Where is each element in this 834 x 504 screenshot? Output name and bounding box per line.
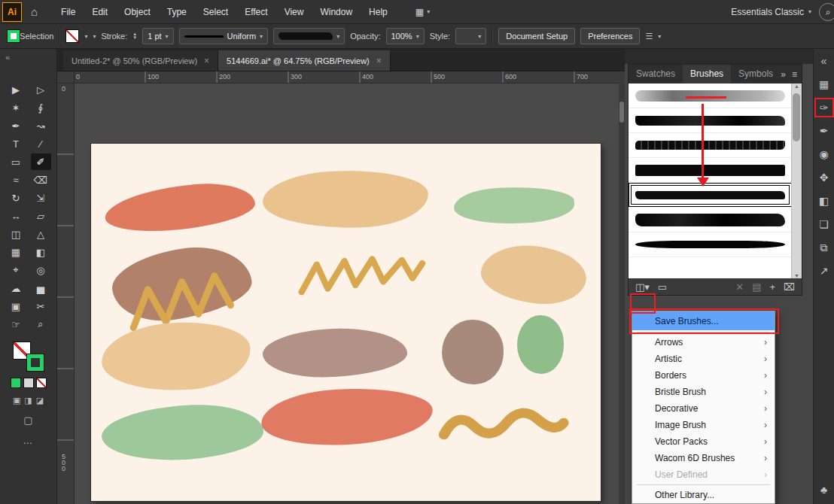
paintbrush-tool[interactable]: ✐: [31, 153, 51, 170]
brush-definition-select[interactable]: ▾: [273, 28, 345, 44]
menu-help[interactable]: Help: [361, 0, 396, 24]
brush-item-tapered-ink-brush[interactable]: [629, 232, 792, 257]
zoom-tool[interactable]: ⌕: [31, 316, 51, 332]
artboards-panel-icon[interactable]: ⧉: [816, 239, 832, 256]
delete-brush-icon[interactable]: ⌧: [784, 282, 795, 292]
blend-tool[interactable]: ◎: [31, 262, 51, 278]
curvature-tool[interactable]: ↝: [31, 117, 51, 134]
eraser-tool[interactable]: ⌫: [31, 172, 51, 188]
tab-close-icon[interactable]: ×: [376, 56, 382, 66]
variable-width-profile-select[interactable]: Uniform ▾: [179, 28, 269, 44]
canvas[interactable]: [75, 83, 625, 504]
gradient-panel-icon[interactable]: ◧: [816, 193, 832, 209]
magic-wand-tool[interactable]: ✶: [6, 99, 26, 116]
type-tool[interactable]: T: [6, 135, 26, 152]
panel-tab-symbols[interactable]: Symbols: [731, 65, 781, 83]
panel-overflow-icon[interactable]: »: [781, 69, 786, 80]
width-tool[interactable]: ↔: [6, 208, 26, 224]
scale-tool[interactable]: ⇲: [31, 190, 51, 206]
align-options-icon[interactable]: ☰: [645, 32, 653, 41]
gradient-tool[interactable]: ◧: [31, 244, 51, 260]
gradient-swatch[interactable]: [23, 378, 34, 388]
menu-window[interactable]: Window: [312, 0, 361, 24]
menu-item-wacom-6d-brushes[interactable]: Wacom 6D Brushes›: [632, 450, 775, 466]
menu-item-bristle-brush[interactable]: Bristle Brush›: [632, 384, 775, 400]
symbol-sprayer-tool[interactable]: ☁: [6, 280, 26, 296]
panel-tab-brushes[interactable]: Brushes: [683, 65, 731, 83]
collapse-panels-icon[interactable]: «: [816, 53, 832, 69]
document-tab[interactable]: 5144669.ai* @ 64.75% (RGB/Preview)×: [218, 50, 391, 71]
menu-select[interactable]: Select: [195, 0, 236, 24]
brush-item-ink-stroke-brush[interactable]: [629, 183, 792, 208]
draw-normal-icon[interactable]: ▣: [13, 396, 20, 405]
slice-tool[interactable]: ✂: [31, 298, 51, 314]
rectangle-tool[interactable]: ▭: [6, 153, 26, 170]
panel-tab-swatches[interactable]: Swatches: [629, 65, 683, 83]
menu-item-arrows[interactable]: Arrows›: [632, 334, 775, 351]
eyedropper-tool[interactable]: ⌖: [6, 262, 26, 278]
menu-file[interactable]: File: [53, 0, 84, 24]
brushes-panel-icon[interactable]: ✑: [816, 99, 832, 116]
line-segment-tool[interactable]: ∕: [31, 135, 51, 152]
shaper-tool[interactable]: ≈: [6, 172, 26, 188]
lasso-tool[interactable]: ∮: [31, 99, 51, 116]
remove-brush-stroke-icon[interactable]: ✕: [735, 282, 744, 292]
menu-type[interactable]: Type: [159, 0, 195, 24]
chevron-down-icon[interactable]: ▾: [658, 33, 661, 40]
fill-stroke-controls[interactable]: [13, 342, 44, 372]
mesh-tool[interactable]: ▦: [6, 244, 26, 260]
layers-panel-icon[interactable]: ❏: [816, 216, 832, 232]
direct-selection-tool[interactable]: ▷: [31, 81, 51, 98]
menu-item-borders[interactable]: Borders›: [632, 367, 775, 384]
artboard-tool[interactable]: ▣: [6, 298, 26, 314]
color-swatch-green[interactable]: [11, 378, 21, 388]
brush-options-icon[interactable]: ▤: [752, 282, 761, 292]
menu-edit[interactable]: Edit: [84, 0, 116, 24]
menu-item-image-brush[interactable]: Image Brush›: [632, 417, 775, 433]
home-icon[interactable]: ⌂: [25, 5, 44, 18]
document-scrollbar[interactable]: [619, 83, 625, 504]
stroke-color-swatch[interactable]: [7, 29, 20, 43]
menu-item-decorative[interactable]: Decorative›: [632, 400, 775, 417]
document-tab[interactable]: Untitled-2* @ 50% (RGB/Preview)×: [63, 50, 218, 71]
panel-menu-icon[interactable]: ≡: [792, 69, 797, 80]
collapse-toolbar-icon[interactable]: «: [5, 53, 10, 62]
rotate-tool[interactable]: ↻: [6, 190, 26, 206]
menu-item-save-brushes[interactable]: Save Brushes...: [632, 311, 775, 330]
brush-item-flat-black-brush[interactable]: [629, 158, 792, 183]
style-select[interactable]: ▾: [455, 28, 486, 44]
draw-behind-icon[interactable]: ◨: [24, 396, 32, 405]
scrollbar-thumb[interactable]: [793, 93, 800, 141]
libraries-panel-icon[interactable]: ▭: [658, 282, 667, 292]
screen-mode-icon[interactable]: ▢: [23, 414, 32, 426]
scroll-down-icon[interactable]: ▼: [794, 273, 799, 278]
edit-toolbar-icon[interactable]: ⋯: [23, 438, 34, 448]
none-swatch[interactable]: [36, 378, 47, 388]
menu-object[interactable]: Object: [116, 0, 159, 24]
stroke-proxy-green[interactable]: [26, 354, 44, 372]
menu-effect[interactable]: Effect: [236, 0, 275, 24]
shape-builder-tool[interactable]: ◫: [6, 226, 26, 242]
draw-inside-icon[interactable]: ◪: [36, 396, 44, 405]
stroke-weight-stepper[interactable]: ▲▼: [132, 32, 137, 40]
perspective-grid-tool[interactable]: △: [31, 226, 51, 242]
chevron-down-icon[interactable]: ▾: [84, 33, 87, 40]
artboard[interactable]: [91, 144, 601, 501]
search-icon[interactable]: ⌕: [819, 3, 834, 21]
scroll-up-icon[interactable]: ▲: [794, 83, 799, 89]
pen-tool[interactable]: ✒: [6, 117, 26, 134]
menu-item-other-library[interactable]: Other Library...: [632, 487, 775, 503]
selection-tool[interactable]: ▶: [6, 81, 26, 98]
new-brush-icon[interactable]: +: [769, 282, 775, 292]
symbols-panel-icon[interactable]: ♣: [816, 481, 832, 498]
brush-item-wide-charcoal-brush[interactable]: [629, 208, 792, 232]
stroke-weight-field[interactable]: 1 pt ▾: [142, 28, 173, 44]
transform-panel-icon[interactable]: ✥: [816, 169, 832, 186]
menu-item-artistic[interactable]: Artistic›: [632, 351, 775, 367]
brush-item-rough-charcoal-brush[interactable]: [629, 108, 792, 133]
graphic-styles-panel-icon[interactable]: ✒: [816, 123, 832, 139]
workspace-switcher[interactable]: Essentials Classic ▾: [731, 7, 811, 17]
arrange-documents-button[interactable]: ▦ ▾: [415, 7, 430, 17]
color-guide-panel-icon[interactable]: ◉: [816, 146, 832, 162]
chevron-down-icon[interactable]: ▾: [93, 33, 96, 40]
